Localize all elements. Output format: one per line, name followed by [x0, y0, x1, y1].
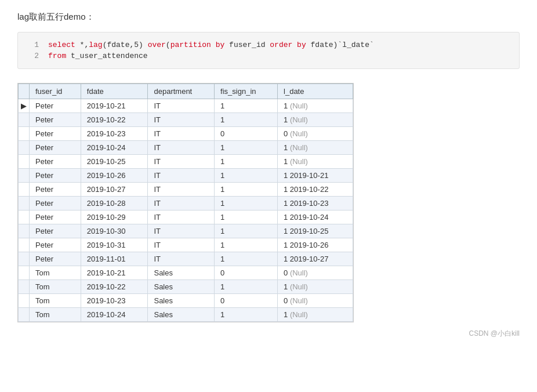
cell-fis-sign-in: 1 — [215, 183, 278, 197]
cell-fdate: 2019-10-22 — [81, 113, 148, 127]
cell-fuser-id: Peter — [30, 183, 81, 197]
code-token: fuser_id — [224, 41, 270, 49]
row-arrow — [19, 127, 30, 141]
table-row: Peter2019-10-25IT11 (Null) — [19, 155, 353, 169]
row-arrow — [19, 224, 30, 238]
code-content: select *,lag(fdate,5) over(partition by … — [48, 41, 374, 49]
cell-department: Sales — [148, 280, 215, 294]
cell-fdate: 2019-10-26 — [81, 169, 148, 183]
cell-fdate: 2019-10-21 — [81, 266, 148, 280]
cell-fis-sign-in: 1 — [215, 308, 278, 322]
cell-fuser-id: Peter — [30, 252, 81, 266]
code-token: t_user_attendence — [66, 52, 147, 60]
null-value: (Null) — [290, 129, 308, 138]
cell-l-date: 1 2019-10-22 — [278, 183, 353, 197]
cell-department: Sales — [148, 266, 215, 280]
cell-fuser-id: Peter — [30, 155, 81, 169]
table-row: Peter2019-10-22IT11 (Null) — [19, 113, 353, 127]
row-arrow — [19, 113, 30, 127]
col-fis-sign-in: fis_sign_in — [215, 84, 278, 99]
cell-fis-sign-in: 1 — [215, 224, 278, 238]
table-row: Peter2019-10-26IT11 2019-10-21 — [19, 169, 353, 183]
row-arrow — [19, 294, 30, 308]
cell-fuser-id: Peter — [30, 113, 81, 127]
cell-fuser-id: Peter — [30, 99, 81, 113]
cell-fuser-id: Tom — [30, 308, 81, 322]
cell-fuser-id: Peter — [30, 169, 81, 183]
row-arrow — [19, 141, 30, 155]
cell-l-date: 1 (Null) — [278, 155, 353, 169]
cell-l-date: 1 (Null) — [278, 280, 353, 294]
null-value: (Null) — [290, 296, 308, 305]
cell-fdate: 2019-10-23 — [81, 127, 148, 141]
cell-l-date: 1 2019-10-24 — [278, 210, 353, 224]
cell-fdate: 2019-10-29 — [81, 210, 148, 224]
cell-fis-sign-in: 1 — [215, 238, 278, 252]
table-row: Tom2019-10-23Sales00 (Null) — [19, 294, 353, 308]
table-row: Peter2019-10-29IT11 2019-10-24 — [19, 210, 353, 224]
cell-fdate: 2019-10-23 — [81, 294, 148, 308]
cell-department: IT — [148, 252, 215, 266]
code-token: (fdate,5) — [103, 41, 148, 49]
cell-fis-sign-in: 1 — [215, 99, 278, 113]
row-arrow — [19, 183, 30, 197]
cell-fdate: 2019-11-01 — [81, 252, 148, 266]
table-row: ▶Peter2019-10-21IT11 (Null) — [19, 99, 353, 113]
cell-fdate: 2019-10-28 — [81, 197, 148, 210]
col-fuser-id: fuser_id — [30, 84, 81, 99]
cell-l-date: 0 (Null) — [278, 266, 353, 280]
line-number: 2 — [25, 52, 39, 60]
table-row: Peter2019-10-23IT00 (Null) — [19, 127, 353, 141]
cell-department: IT — [148, 141, 215, 155]
cell-department: IT — [148, 169, 215, 183]
row-arrow — [19, 252, 30, 266]
cell-fdate: 2019-10-27 — [81, 183, 148, 197]
cell-l-date: 1 2019-10-26 — [278, 238, 353, 252]
row-arrow — [19, 155, 30, 169]
watermark: CSDN @小白kill — [17, 329, 520, 339]
data-table: fuser_id fdate department fis_sign_in l_… — [18, 84, 353, 322]
cell-fuser-id: Peter — [30, 197, 81, 210]
code-token: fdate)`l_date` — [306, 41, 374, 49]
cell-fis-sign-in: 1 — [215, 210, 278, 224]
cell-fdate: 2019-10-24 — [81, 308, 148, 322]
cell-fdate: 2019-10-31 — [81, 238, 148, 252]
table-row: Tom2019-10-21Sales00 (Null) — [19, 266, 353, 280]
cell-fis-sign-in: 1 — [215, 141, 278, 155]
row-arrow — [19, 266, 30, 280]
null-value: (Null) — [290, 101, 308, 110]
code-line: 1select *,lag(fdate,5) over(partition by… — [18, 39, 519, 50]
table-header-row: fuser_id fdate department fis_sign_in l_… — [19, 84, 353, 99]
line-number: 1 — [25, 41, 39, 49]
cell-department: Sales — [148, 308, 215, 322]
cell-fis-sign-in: 0 — [215, 266, 278, 280]
cell-l-date: 1 (Null) — [278, 113, 353, 127]
col-arrow — [19, 84, 30, 99]
cell-l-date: 1 2019-10-23 — [278, 197, 353, 210]
cell-fdate: 2019-10-30 — [81, 224, 148, 238]
page-title: lag取前五行demo： — [17, 12, 520, 23]
table-row: Peter2019-10-31IT11 2019-10-26 — [19, 238, 353, 252]
cell-department: IT — [148, 197, 215, 210]
cell-fuser-id: Peter — [30, 224, 81, 238]
null-value: (Null) — [290, 268, 308, 277]
cell-department: Sales — [148, 294, 215, 308]
table-row: Tom2019-10-22Sales11 (Null) — [19, 280, 353, 294]
cell-l-date: 1 2019-10-25 — [278, 224, 353, 238]
code-line: 2from t_user_attendence — [18, 50, 519, 61]
col-fdate: fdate — [81, 84, 148, 99]
cell-department: IT — [148, 238, 215, 252]
row-arrow — [19, 210, 30, 224]
cell-department: IT — [148, 127, 215, 141]
cell-l-date: 1 (Null) — [278, 308, 353, 322]
cell-fis-sign-in: 0 — [215, 127, 278, 141]
cell-fdate: 2019-10-25 — [81, 155, 148, 169]
cell-fis-sign-in: 1 — [215, 252, 278, 266]
null-value: (Null) — [290, 143, 308, 152]
table-row: Peter2019-10-27IT11 2019-10-22 — [19, 183, 353, 197]
cell-fdate: 2019-10-24 — [81, 141, 148, 155]
col-l-date: l_date — [278, 84, 353, 99]
row-arrow — [19, 308, 30, 322]
row-arrow — [19, 238, 30, 252]
cell-l-date: 1 (Null) — [278, 141, 353, 155]
